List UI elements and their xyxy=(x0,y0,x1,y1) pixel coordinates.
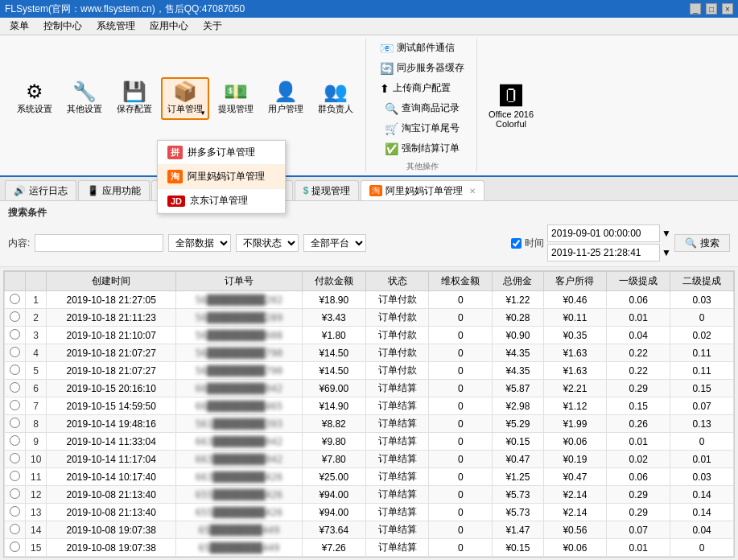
order-mgmt-btn[interactable]: 📦 订单管理 ▼ xyxy=(161,77,209,120)
row-selector-cell xyxy=(5,468,26,486)
force-settle-btn[interactable]: ✅ 强制结算订单 xyxy=(379,139,465,158)
taobao-order-label: 淘宝订单尾号 xyxy=(402,121,460,135)
sync-server-btn[interactable]: 🔄 同步服务器缓存 xyxy=(374,59,470,77)
row-level2-cell: 0.03 xyxy=(670,291,734,309)
row-radio[interactable] xyxy=(10,400,20,410)
table-row[interactable]: 14 2019-10-08 19:07:38 65█████████449 ¥7… xyxy=(5,521,734,539)
query-product-btn[interactable]: 🔍 查询商品记录 xyxy=(379,99,465,117)
sys-settings-btn[interactable]: ⚙ 系统设置 xyxy=(11,78,58,119)
row-status-cell: 订单付款 xyxy=(365,327,429,344)
cash-icon: 💵 xyxy=(224,82,248,101)
row-rights-cell: 0 xyxy=(429,380,493,397)
menu-item-system-mgmt[interactable]: 系统管理 xyxy=(90,18,142,35)
row-total-cell: ¥0.28 xyxy=(493,309,543,327)
table-row[interactable]: 15 2019-10-08 19:07:38 65█████████449 ¥7… xyxy=(5,539,734,557)
row-status-cell: 订单结算 xyxy=(365,486,429,504)
tab-alibaba-order[interactable]: 淘 阿里妈妈订单管理 ✕ xyxy=(361,180,484,200)
row-order-cell: 65█████████449 xyxy=(176,521,303,539)
shop-icon: 🛒 xyxy=(385,122,398,135)
row-level1-cell: 0.29 xyxy=(607,380,670,397)
data-range-select[interactable]: 全部数据 xyxy=(168,234,231,252)
office-label: Office 2016Colorful xyxy=(489,109,534,129)
status-filter-select[interactable]: 不限状态 xyxy=(236,234,299,252)
row-radio[interactable] xyxy=(10,488,20,499)
menu-item-app-center[interactable]: 应用中心 xyxy=(143,18,195,35)
row-level2-cell: 0 xyxy=(670,539,734,557)
menu-item-about[interactable]: 关于 xyxy=(196,18,229,35)
row-radio[interactable] xyxy=(10,435,20,446)
row-radio[interactable] xyxy=(10,453,20,463)
tab-close-icon[interactable]: ✕ xyxy=(469,187,476,196)
dropdown-item-alibaba[interactable]: 淘 阿里妈妈订单管理 xyxy=(158,165,285,189)
row-radio[interactable] xyxy=(10,364,20,375)
row-status-cell: 订单结算 xyxy=(365,468,429,486)
row-amount-cell: ¥1.80 xyxy=(302,327,365,344)
user-mgmt-btn[interactable]: 👤 用户管理 xyxy=(262,78,309,119)
maximize-btn[interactable]: □ xyxy=(706,3,717,14)
row-level1-cell: 0.22 xyxy=(607,344,670,362)
group-owner-btn[interactable]: 👥 群负责人 xyxy=(312,78,359,119)
menu-item-control-center[interactable]: 控制中心 xyxy=(37,18,89,35)
row-status-cell: 订单付款 xyxy=(365,291,429,309)
table-row[interactable]: 3 2019-10-18 21:10:07 56██████████608 ¥1… xyxy=(5,327,734,344)
other-settings-btn[interactable]: 🔧 其他设置 xyxy=(61,78,108,119)
search-button[interactable]: 🔍 搜索 xyxy=(674,234,730,252)
table-row[interactable]: 7 2019-10-15 14:59:50 66██████████465 ¥1… xyxy=(5,397,734,415)
taobao-order-btn[interactable]: 🛒 淘宝订单尾号 xyxy=(379,119,465,138)
close-btn[interactable]: × xyxy=(722,3,733,14)
row-radio[interactable] xyxy=(10,294,20,304)
upload-config-btn[interactable]: ⬆ 上传商户配置 xyxy=(374,79,470,97)
table-row[interactable]: 9 2019-10-14 11:33:04 663█████████042 ¥9… xyxy=(5,433,734,451)
data-table-container[interactable]: 创建时间 订单号 付款金额 状态 维权金额 总佣金 客户所得 一级提成 二级提成… xyxy=(3,270,735,558)
search-bar: 搜索条件 内容: 全部数据 不限状态 全部平台 时间 ▼ ▼ xyxy=(0,201,738,267)
row-radio[interactable] xyxy=(10,382,20,393)
row-selector-cell xyxy=(5,397,26,415)
row-num-cell: 14 xyxy=(26,521,47,539)
content-input[interactable] xyxy=(35,234,163,252)
platform-filter-select[interactable]: 全部平台 xyxy=(303,234,366,252)
row-radio[interactable] xyxy=(10,524,20,534)
table-row[interactable]: 13 2019-10-08 21:13:40 655█████████426 ¥… xyxy=(5,504,734,521)
table-row[interactable]: 6 2019-10-15 20:16:10 66██████████042 ¥6… xyxy=(5,380,734,397)
time-end-input[interactable] xyxy=(547,244,660,261)
dropdown-item-jd[interactable]: JD 京东订单管理 xyxy=(158,189,285,213)
menu-item-menu[interactable]: 菜单 xyxy=(3,18,35,35)
dropdown-item-pinduoduo[interactable]: 拼 拼多多订单管理 xyxy=(158,141,285,165)
row-selector-cell xyxy=(5,539,26,557)
cash-mgmt-btn[interactable]: 💵 提现管理 xyxy=(212,78,259,119)
row-rights-cell: 0 xyxy=(429,309,493,327)
time-checkbox[interactable] xyxy=(511,238,522,249)
row-radio[interactable] xyxy=(10,329,20,340)
row-radio[interactable] xyxy=(10,541,20,552)
row-selector-cell xyxy=(5,309,26,327)
search-row: 内容: 全部数据 不限状态 全部平台 时间 ▼ ▼ xyxy=(8,224,730,261)
minimize-btn[interactable]: _ xyxy=(690,3,701,14)
tab-run-log[interactable]: 🔊 运行日志 xyxy=(5,180,76,200)
table-row[interactable]: 10 2019-10-14 11:17:04 663█████████042 ¥… xyxy=(5,451,734,468)
tab-cash[interactable]: $ 提现管理 xyxy=(295,180,360,200)
row-level1-cell: 0.26 xyxy=(607,415,670,433)
row-radio[interactable] xyxy=(10,506,20,517)
table-row[interactable]: 2 2019-10-18 21:11:23 56██████████289 ¥3… xyxy=(5,309,734,327)
row-level2-cell: 0.03 xyxy=(670,468,734,486)
tab-app-func[interactable]: 📱 应用功能 xyxy=(78,180,150,200)
row-radio[interactable] xyxy=(10,418,20,428)
row-radio[interactable] xyxy=(10,471,20,481)
table-row[interactable]: 8 2019-10-14 19:48:16 561█████████393 ¥8… xyxy=(5,415,734,433)
table-row[interactable]: 11 2019-10-14 10:17:40 663█████████426 ¥… xyxy=(5,468,734,486)
table-row[interactable]: 4 2019-10-18 21:07:27 56██████████790 ¥1… xyxy=(5,344,734,362)
table-row[interactable]: 1 2019-10-18 21:27:05 56██████████202 ¥1… xyxy=(5,291,734,309)
time-start-arrow-icon[interactable]: ▼ xyxy=(662,228,671,239)
row-radio[interactable] xyxy=(10,311,20,322)
upload-config-label: 上传商户配置 xyxy=(393,81,451,95)
time-end-arrow-icon[interactable]: ▼ xyxy=(662,247,671,258)
dollar-icon: $ xyxy=(303,185,309,196)
menu-bar: 菜单 控制中心 系统管理 应用中心 关于 xyxy=(0,18,738,35)
row-radio[interactable] xyxy=(10,347,20,357)
test-email-btn[interactable]: 📧 测试邮件通信 xyxy=(374,39,470,57)
wrench-icon: 🔧 xyxy=(72,82,97,101)
time-start-input[interactable] xyxy=(547,224,660,242)
table-row[interactable]: 5 2019-10-18 21:07:27 56██████████790 ¥1… xyxy=(5,362,734,380)
save-config-btn[interactable]: 💾 保存配置 xyxy=(111,78,158,119)
table-row[interactable]: 12 2019-10-08 21:13:40 655█████████426 ¥… xyxy=(5,486,734,504)
